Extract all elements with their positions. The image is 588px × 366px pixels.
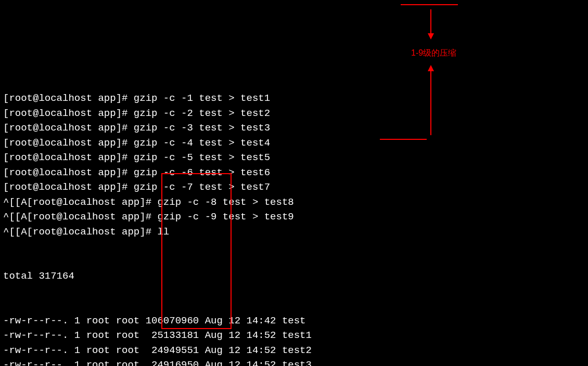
command-line: ^[[A[root@localhost app]# gzip -c -9 tes… [3, 210, 585, 225]
listing-row: -rw-r--r--. 1 root root 25133181 Aug 12 … [3, 328, 585, 343]
command-line: [root@localhost app]# gzip -c -7 test > … [3, 180, 585, 195]
command-line: ^[[A[root@localhost app]# gzip -c -8 tes… [3, 195, 585, 210]
command-line: [root@localhost app]# gzip -c -1 test > … [3, 91, 585, 106]
prompt: [root@localhost app]# [3, 181, 134, 193]
command-text: gzip -c -4 test > test4 [134, 137, 270, 149]
command-text: gzip -c -1 test > test1 [134, 93, 270, 104]
listing-row: -rw-r--r--. 1 root root 106070960 Aug 12… [3, 313, 585, 329]
command-text: gzip -c -2 test > test2 [134, 108, 270, 119]
command-line: [root@localhost app]# gzip -c -2 test > … [3, 106, 585, 121]
annotation-label: 1-9级的压缩 [411, 47, 456, 59]
prompt: ^[[A[root@localhost app]# [3, 226, 157, 238]
command-line: [root@localhost app]# gzip -c -4 test > … [3, 136, 585, 151]
prompt: [root@localhost app]# [3, 108, 134, 119]
prompt: [root@localhost app]# [3, 167, 134, 178]
annotation-line-top [401, 4, 458, 5]
command-line: [root@localhost app]# gzip -c -3 test > … [3, 121, 585, 136]
command-text: gzip -c -3 test > test3 [134, 122, 270, 134]
prompt: [root@localhost app]# [3, 137, 134, 149]
command-line: [root@localhost app]# gzip -c -6 test > … [3, 165, 585, 180]
command-text: gzip -c -9 test > test9 [157, 211, 293, 223]
terminal-output[interactable]: [root@localhost app]# gzip -c -1 test > … [3, 61, 585, 366]
command-line: ^[[A[root@localhost app]# ll [3, 225, 585, 240]
command-text: ll [157, 226, 169, 238]
command-text: gzip -c -6 test > test6 [134, 167, 270, 178]
command-line: [root@localhost app]# gzip -c -5 test > … [3, 150, 585, 165]
command-text: gzip -c -5 test > test5 [134, 152, 270, 163]
prompt: ^[[A[root@localhost app]# [3, 197, 157, 208]
svg-marker-1 [428, 33, 434, 40]
prompt: [root@localhost app]# [3, 93, 134, 104]
command-text: gzip -c -8 test > test8 [157, 197, 293, 208]
arrow-down-icon [426, 9, 436, 41]
prompt: ^[[A[root@localhost app]# [3, 211, 157, 223]
listing-row: -rw-r--r--. 1 root root 24916950 Aug 12 … [3, 358, 585, 366]
prompt: [root@localhost app]# [3, 152, 134, 163]
listing-row: -rw-r--r--. 1 root root 24949551 Aug 12 … [3, 343, 585, 358]
total-line: total 317164 [3, 269, 585, 284]
command-text: gzip -c -7 test > test7 [134, 181, 270, 193]
prompt: [root@localhost app]# [3, 122, 134, 134]
